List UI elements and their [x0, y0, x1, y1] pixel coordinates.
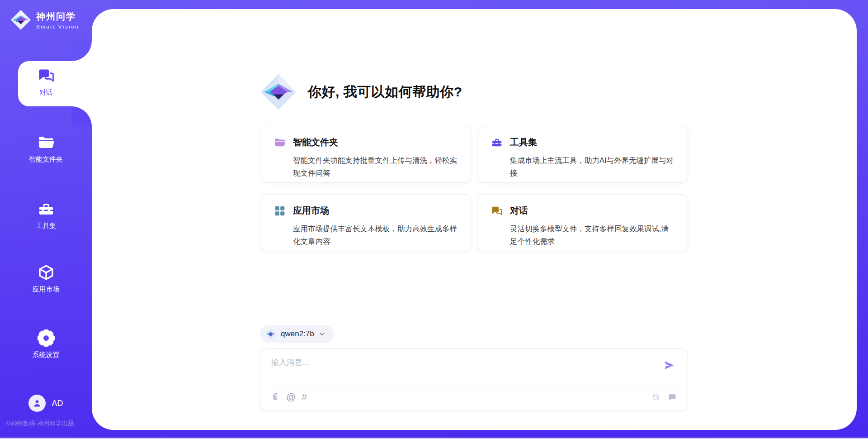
- message-composer: @ #: [260, 348, 688, 411]
- message-input[interactable]: [271, 354, 651, 371]
- chat-icon: [38, 67, 55, 84]
- message-icon[interactable]: [667, 392, 677, 402]
- card-app-market[interactable]: 应用市场 应用市场提供丰富长文本模板，助力高效生成多样化文章内容: [261, 194, 471, 251]
- composer-left-tools: @ #: [270, 392, 307, 402]
- card-chat[interactable]: 对话 灵活切换多模型文件，支持多样回复效果调试,满足个性化需求: [478, 194, 688, 251]
- user-avatar-icon: [32, 398, 42, 409]
- toolbox-icon: [491, 137, 503, 148]
- card-toolset[interactable]: 工具集 集成市场上主流工具，助力AI与外界无缝扩展与对接: [478, 126, 688, 183]
- send-icon: [663, 359, 675, 372]
- sidebar-item-label: 对话: [39, 88, 52, 97]
- hash-icon[interactable]: #: [302, 392, 307, 402]
- sidebar-item-app-market[interactable]: 应用市场: [0, 264, 92, 294]
- sidebar-item-smart-folder[interactable]: 智能文件夹: [0, 134, 92, 164]
- brand-diamond-logo-icon: [10, 9, 32, 31]
- app-title: 神州问学: [36, 10, 79, 23]
- tab-curve-bottom: [71, 106, 92, 127]
- sidebar-item-label: 工具集: [36, 222, 56, 230]
- composer-right-tools: [651, 392, 677, 402]
- card-description: 应用市场提供丰富长文本模板，助力高效生成多样化文章内容: [293, 222, 458, 248]
- brand-text: 神州问学 Smart Vision: [36, 10, 79, 29]
- main-content: 你好, 我可以如何帮助你? 智能文件夹 智能文件夹功能支持批量文件上传与清洗，轻…: [92, 9, 857, 430]
- sidebar-item-label: 智能文件夹: [29, 155, 63, 164]
- sidebar-item-chat[interactable]: 对话: [0, 67, 92, 97]
- grid-icon: [274, 205, 286, 217]
- sidebar: 神州问学 Smart Vision 对话 智能文件夹 工具集: [0, 0, 92, 438]
- sidebar-item-toolset[interactable]: 工具集: [0, 200, 92, 230]
- sidebar-item-label: 系统设置: [33, 351, 60, 359]
- greeting: 你好, 我可以如何帮助你?: [259, 72, 462, 111]
- app-window: 神州问学 Smart Vision 对话 智能文件夹 工具集: [0, 0, 868, 439]
- model-diamond-logo-icon: [265, 329, 276, 339]
- copyright-text: ©神州数码·神州问学出品: [6, 420, 74, 428]
- card-smart-folder[interactable]: 智能文件夹 智能文件夹功能支持批量文件上传与清洗，轻松实现文件问答: [261, 126, 471, 183]
- card-title: 应用市场: [293, 205, 329, 217]
- chat-icon: [491, 205, 503, 217]
- card-title: 对话: [510, 205, 528, 217]
- card-title: 智能文件夹: [293, 136, 338, 148]
- history-icon[interactable]: [651, 392, 661, 402]
- composer-divider: [268, 386, 680, 386]
- card-title: 工具集: [510, 136, 537, 148]
- sidebar-item-label: 应用市场: [33, 285, 60, 294]
- gear-icon: [38, 329, 55, 347]
- send-button[interactable]: [662, 359, 676, 372]
- attachment-icon[interactable]: [270, 392, 280, 402]
- brand: 神州问学 Smart Vision: [10, 9, 79, 31]
- model-name: qwen2:7b: [281, 329, 314, 339]
- cube-icon: [38, 264, 55, 281]
- app-subtitle: Smart Vision: [36, 24, 79, 29]
- mention-icon[interactable]: @: [286, 392, 296, 402]
- avatar: [28, 395, 46, 412]
- greeting-title: 你好, 我可以如何帮助你?: [308, 83, 462, 101]
- folder-icon: [274, 137, 286, 148]
- sidebar-item-settings[interactable]: 系统设置: [0, 329, 92, 359]
- tab-curve-top: [71, 41, 92, 61]
- folder-icon: [38, 134, 55, 151]
- user-profile[interactable]: AD: [0, 395, 92, 412]
- chevron-down-icon: [319, 331, 326, 338]
- card-description: 集成市场上主流工具，助力AI与外界无缝扩展与对接: [510, 154, 675, 179]
- user-initials: AD: [52, 399, 63, 408]
- model-selector[interactable]: qwen2:7b: [260, 325, 334, 343]
- card-description: 灵活切换多模型文件，支持多样回复效果调试,满足个性化需求: [510, 222, 675, 248]
- card-description: 智能文件夹功能支持批量文件上传与清洗，轻松实现文件问答: [293, 154, 458, 179]
- toolbox-icon: [38, 200, 55, 218]
- assistant-diamond-logo-icon: [259, 72, 298, 111]
